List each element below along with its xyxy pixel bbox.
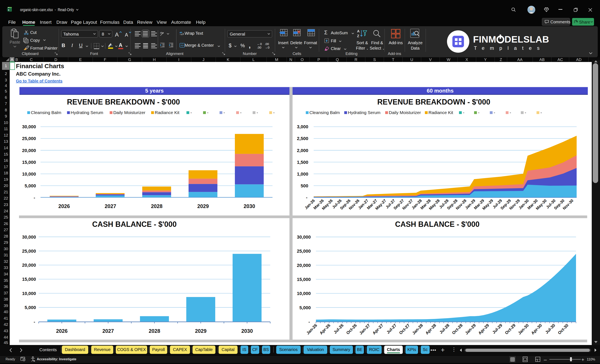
svg-text:Jul-26: Jul-26 bbox=[333, 323, 344, 335]
svg-text:-: - bbox=[309, 319, 310, 324]
svg-text:15,000: 15,000 bbox=[22, 277, 36, 282]
svg-text:A: A bbox=[357, 29, 360, 33]
svg-text:15,000: 15,000 bbox=[22, 160, 36, 165]
svg-text:2030: 2030 bbox=[241, 328, 253, 334]
svg-text:Hydrating Serum: Hydrating Serum bbox=[71, 110, 103, 115]
svg-text:-: - bbox=[207, 110, 208, 115]
svg-text:-: - bbox=[478, 110, 479, 115]
svg-text:-: - bbox=[306, 195, 308, 200]
svg-text:2029: 2029 bbox=[197, 203, 209, 209]
svg-text:2028: 2028 bbox=[149, 328, 160, 334]
svg-text:Jul-29: Jul-29 bbox=[491, 323, 503, 335]
svg-text:30,000: 30,000 bbox=[22, 124, 36, 129]
svg-text:Radiance Kit: Radiance Kit bbox=[155, 110, 179, 115]
svg-text:ab: ab bbox=[160, 31, 163, 34]
svg-text:2026: 2026 bbox=[58, 203, 70, 209]
svg-text:Daily Moisturizer: Daily Moisturizer bbox=[389, 110, 421, 115]
svg-text:-: - bbox=[257, 110, 258, 115]
svg-text:x: x bbox=[8, 9, 9, 11]
svg-text:10,000: 10,000 bbox=[22, 172, 36, 177]
svg-text:Cleansing Balm: Cleansing Balm bbox=[31, 110, 61, 115]
svg-text:Jan-26: Jan-26 bbox=[305, 323, 318, 335]
svg-text:-: - bbox=[224, 110, 225, 115]
svg-text:-: - bbox=[240, 110, 242, 115]
svg-text:Oct-28: Oct-28 bbox=[451, 323, 464, 335]
svg-text:-: - bbox=[273, 110, 275, 115]
svg-text:Apr-29: Apr-29 bbox=[478, 323, 490, 335]
svg-text:Daily Moisturizer: Daily Moisturizer bbox=[113, 110, 145, 115]
svg-text:Jul-28: Jul-28 bbox=[439, 323, 450, 335]
svg-text:CASH BALANCE - $'000: CASH BALANCE - $'000 bbox=[395, 220, 480, 228]
svg-text:Jul-27: Jul-27 bbox=[386, 323, 397, 335]
svg-text:5,000: 5,000 bbox=[299, 305, 311, 310]
svg-text:5,000: 5,000 bbox=[25, 305, 36, 310]
svg-text:REVENUE BREAKDOWN - $'000: REVENUE BREAKDOWN - $'000 bbox=[377, 98, 490, 106]
svg-text:2028: 2028 bbox=[151, 203, 162, 209]
svg-text:-: - bbox=[510, 110, 511, 115]
svg-text:Hydrating Serum: Hydrating Serum bbox=[348, 110, 381, 115]
svg-text:Z: Z bbox=[357, 34, 359, 38]
svg-text:A: A bbox=[125, 32, 128, 37]
svg-text:Oct-27: Oct-27 bbox=[398, 323, 411, 335]
svg-text:-: - bbox=[34, 195, 35, 200]
svg-text:Jan-29: Jan-29 bbox=[464, 323, 477, 335]
svg-text:1,500: 1,500 bbox=[297, 160, 308, 165]
svg-text:CASH BALANCE - $'000: CASH BALANCE - $'000 bbox=[92, 220, 177, 228]
svg-text:2,000: 2,000 bbox=[297, 148, 308, 153]
svg-text:-: - bbox=[494, 110, 495, 115]
svg-text:Radiance Kit: Radiance Kit bbox=[429, 110, 453, 115]
svg-text:Oct-29: Oct-29 bbox=[504, 323, 516, 335]
svg-text:-: - bbox=[463, 110, 464, 115]
svg-text:Cleansing Balm: Cleansing Balm bbox=[309, 110, 340, 115]
svg-text:3,000: 3,000 bbox=[297, 124, 308, 129]
svg-text:20,000: 20,000 bbox=[22, 263, 36, 268]
svg-text:5 years: 5 years bbox=[145, 88, 164, 94]
svg-text:A: A bbox=[115, 32, 119, 37]
svg-text:2027: 2027 bbox=[105, 203, 116, 209]
svg-text:Jan-30: Jan-30 bbox=[517, 323, 529, 335]
svg-text:-: - bbox=[34, 319, 35, 324]
svg-text:25,000: 25,000 bbox=[22, 248, 36, 254]
svg-text:Oct-26: Oct-26 bbox=[345, 323, 358, 335]
svg-text:Apr-30: Apr-30 bbox=[530, 323, 543, 335]
svg-text:Apr-26: Apr-26 bbox=[319, 323, 331, 335]
svg-text:Jul-30: Jul-30 bbox=[544, 323, 556, 335]
svg-text:30,000: 30,000 bbox=[22, 235, 36, 240]
svg-text:2029: 2029 bbox=[195, 328, 206, 334]
svg-text:5,000: 5,000 bbox=[25, 183, 36, 188]
svg-text:20,000: 20,000 bbox=[297, 263, 311, 268]
svg-text:2030: 2030 bbox=[244, 203, 255, 209]
svg-text:15,000: 15,000 bbox=[297, 277, 311, 282]
svg-text:REVENUE BREAKDOWN - $'000: REVENUE BREAKDOWN - $'000 bbox=[67, 98, 180, 106]
svg-text:30,000: 30,000 bbox=[297, 235, 311, 240]
svg-text:-: - bbox=[190, 110, 192, 115]
svg-text:Jan-27: Jan-27 bbox=[358, 323, 371, 335]
svg-text:-: - bbox=[525, 110, 526, 115]
svg-text:25,000: 25,000 bbox=[22, 136, 36, 141]
svg-text:2,500: 2,500 bbox=[297, 136, 308, 141]
svg-text:Apr-27: Apr-27 bbox=[372, 323, 384, 335]
svg-text:Jan-28: Jan-28 bbox=[411, 323, 424, 335]
svg-text:10,000: 10,000 bbox=[22, 291, 36, 296]
svg-text:Apr-28: Apr-28 bbox=[424, 323, 437, 335]
svg-text:10,000: 10,000 bbox=[297, 291, 311, 296]
svg-text:500: 500 bbox=[301, 183, 308, 188]
svg-text:2027: 2027 bbox=[102, 328, 114, 334]
svg-text:25,000: 25,000 bbox=[297, 248, 311, 254]
svg-text:ab: ab bbox=[180, 31, 182, 34]
svg-text:20,000: 20,000 bbox=[22, 148, 36, 153]
svg-text:Oct-30: Oct-30 bbox=[557, 323, 569, 335]
svg-text:-: - bbox=[540, 110, 542, 115]
svg-text:1,000: 1,000 bbox=[297, 172, 308, 177]
svg-text:2026: 2026 bbox=[56, 328, 68, 334]
svg-text:60 months: 60 months bbox=[427, 88, 454, 94]
